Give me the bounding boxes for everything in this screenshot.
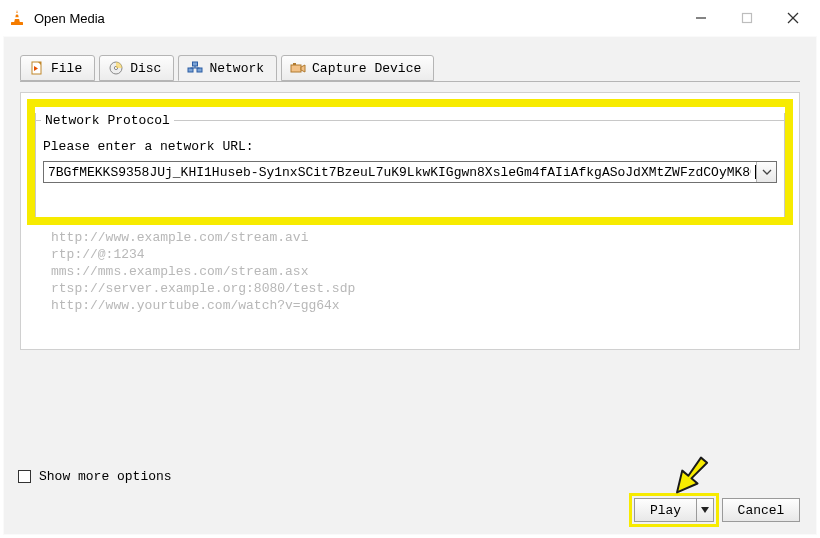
tab-capture[interactable]: Capture Device <box>281 55 434 81</box>
cancel-button-label: Cancel <box>738 503 785 518</box>
tab-capture-label: Capture Device <box>312 61 421 76</box>
url-prompt-label: Please enter a network URL: <box>43 139 254 154</box>
disc-icon <box>108 60 124 76</box>
play-button[interactable]: Play <box>634 498 696 522</box>
close-button[interactable] <box>770 3 816 33</box>
svg-rect-19 <box>293 63 296 65</box>
file-icon <box>29 60 45 76</box>
network-url-input[interactable] <box>44 162 755 182</box>
vlc-cone-icon <box>8 9 26 27</box>
svg-marker-20 <box>301 65 305 72</box>
caret-down-icon <box>701 506 709 514</box>
tab-network[interactable]: Network <box>178 55 277 81</box>
network-icon <box>187 60 203 76</box>
url-examples: http://www.example.com/stream.avi rtp://… <box>51 229 355 314</box>
dialog-button-row: Play Cancel <box>634 498 800 522</box>
tab-disc[interactable]: Disc <box>99 55 174 81</box>
tab-file[interactable]: File <box>20 55 95 81</box>
annotation-arrow-icon <box>664 450 714 500</box>
tab-file-label: File <box>51 61 82 76</box>
chevron-down-icon <box>762 167 772 177</box>
minimize-button[interactable] <box>678 3 724 33</box>
play-dropdown-button[interactable] <box>696 498 714 522</box>
tabstrip: File Disc Network Capture Device <box>20 55 434 81</box>
svg-rect-18 <box>291 65 301 72</box>
svg-marker-21 <box>669 454 711 499</box>
group-legend-row: Network Protocol <box>35 113 785 128</box>
svg-rect-13 <box>188 68 193 72</box>
url-dropdown-button[interactable] <box>756 162 776 182</box>
svg-rect-15 <box>193 62 198 66</box>
svg-rect-5 <box>743 14 752 23</box>
svg-rect-3 <box>11 22 23 25</box>
cancel-button[interactable]: Cancel <box>722 498 800 522</box>
tab-content-panel: Network Protocol Please enter a network … <box>20 92 800 350</box>
url-example-line: rtsp://server.example.org:8080/test.sdp <box>51 280 355 297</box>
window-title: Open Media <box>34 11 105 26</box>
show-more-options-label: Show more options <box>39 469 172 484</box>
maximize-button[interactable] <box>724 3 770 33</box>
checkbox-box <box>18 470 31 483</box>
play-button-label: Play <box>650 503 681 518</box>
titlebar: Open Media <box>0 0 820 36</box>
svg-rect-14 <box>197 68 202 72</box>
network-protocol-group: Network Protocol Please enter a network … <box>35 107 785 217</box>
capture-icon <box>290 60 306 76</box>
url-example-line: http://www.example.com/stream.avi <box>51 229 355 246</box>
svg-rect-2 <box>14 17 20 19</box>
url-example-line: http://www.yourtube.com/watch?v=gg64x <box>51 297 355 314</box>
svg-rect-1 <box>15 13 19 15</box>
play-split-button: Play <box>634 498 714 522</box>
url-example-line: mms://mms.examples.com/stream.asx <box>51 263 355 280</box>
show-more-options-checkbox[interactable]: Show more options <box>18 469 172 484</box>
tab-network-label: Network <box>209 61 264 76</box>
svg-marker-22 <box>701 507 709 513</box>
tabstrip-underline <box>20 81 800 82</box>
dialog-client-area: File Disc Network Capture Device <box>3 36 817 535</box>
tab-disc-label: Disc <box>130 61 161 76</box>
network-url-combo[interactable] <box>43 161 777 183</box>
group-legend: Network Protocol <box>41 113 174 128</box>
url-example-line: rtp://@:1234 <box>51 246 355 263</box>
svg-marker-0 <box>14 10 20 22</box>
window-controls <box>678 3 816 33</box>
